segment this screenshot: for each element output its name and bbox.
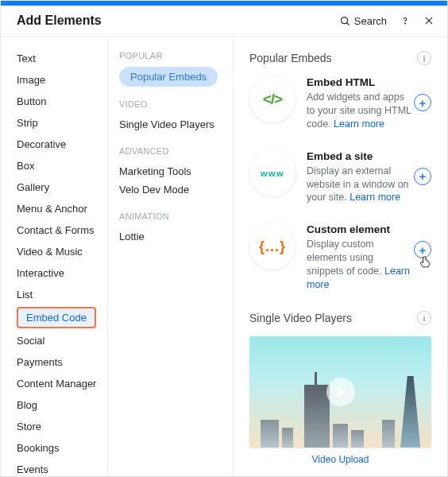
subcategory-menu: POPULARPopular EmbedsVIDEOSingle Video P… (108, 37, 234, 476)
sidebar-item-image[interactable]: Image (17, 69, 107, 91)
close-button[interactable] (423, 15, 434, 26)
sidebar-item-social[interactable]: Social (17, 330, 107, 351)
submenu-group-label: POPULAR (119, 51, 222, 60)
help-button[interactable] (400, 15, 411, 26)
sidebar-item-store[interactable]: Store (17, 416, 107, 437)
submenu-item-single-video-players[interactable]: Single Video Players (119, 115, 222, 134)
submenu-item-marketing-tools[interactable]: Marketing Tools (119, 162, 222, 180)
add-elements-panel: Add Elements Search TextImageButtonStrip… (0, 0, 448, 477)
sidebar-item-events[interactable]: Events (17, 459, 107, 476)
panel-title: Add Elements (17, 14, 102, 28)
panel-header: Add Elements Search (1, 6, 447, 37)
sidebar-item-embed-code[interactable]: Embed Code (17, 307, 96, 328)
sidebar-item-bookings[interactable]: Bookings (17, 437, 107, 459)
submenu-item-popular-embeds[interactable]: Popular Embeds (119, 67, 218, 87)
embed-description: Add widgets and apps to your site using … (307, 91, 412, 131)
section-title-video: Single Video Players (249, 312, 352, 324)
section-title-popular: Popular Embeds (249, 52, 332, 64)
add-element-button[interactable]: + (414, 94, 431, 111)
embed-title: Custom element (307, 223, 412, 235)
embed-option-html[interactable]: </>Embed HTMLAdd widgets and apps to you… (249, 76, 431, 131)
embed-option-curly[interactable]: {...}Custom elementDisplay custom elemen… (249, 223, 431, 292)
sidebar-item-gallery[interactable]: Gallery (17, 176, 107, 198)
learn-more-link[interactable]: Learn more (350, 192, 400, 203)
embed-option-www[interactable]: wwwEmbed a siteDisplay an external websi… (249, 150, 431, 205)
help-icon (400, 15, 411, 26)
sidebar-item-payments[interactable]: Payments (17, 351, 107, 373)
learn-more-link[interactable]: Learn more (307, 266, 410, 290)
video-upload-caption[interactable]: Video Upload (249, 454, 431, 465)
sidebar-item-button[interactable]: Button (17, 91, 107, 112)
content-pane: Popular Embeds i </>Embed HTMLAdd widget… (234, 37, 447, 476)
submenu-item-lottie[interactable]: Lottie (119, 227, 222, 246)
sidebar-item-decorative[interactable]: Decorative (17, 134, 107, 155)
info-button[interactable]: i (417, 51, 431, 65)
info-button[interactable]: i (417, 311, 431, 325)
html-icon: </> (249, 76, 295, 122)
submenu-group-label: ANIMATION (119, 211, 222, 221)
submenu-group-label: VIDEO (119, 99, 222, 109)
search-label: Search (354, 15, 387, 27)
sidebar-item-blog[interactable]: Blog (17, 394, 107, 416)
close-icon (423, 15, 434, 26)
embed-title: Embed HTML (307, 76, 412, 88)
sidebar-item-content-manager[interactable]: Content Manager (17, 373, 107, 394)
sidebar-item-interactive[interactable]: Interactive (17, 262, 107, 284)
search-button[interactable]: Search (339, 15, 387, 27)
embed-description: Display an external website in a window … (307, 165, 412, 205)
play-icon (326, 378, 355, 406)
video-upload-thumbnail[interactable] (249, 336, 431, 448)
sidebar-item-list[interactable]: List (17, 284, 107, 305)
submenu-item-velo-dev-mode[interactable]: Velo Dev Mode (119, 180, 222, 199)
category-sidebar: TextImageButtonStripDecorativeBoxGallery… (1, 37, 108, 476)
sidebar-item-video-music[interactable]: Video & Music (17, 241, 107, 262)
embed-title: Embed a site (307, 150, 412, 162)
sidebar-item-text[interactable]: Text (17, 48, 107, 69)
sidebar-item-box[interactable]: Box (17, 155, 107, 176)
svg-point-2 (405, 23, 406, 24)
embed-description: Display custom elements using snippets o… (307, 238, 412, 292)
svg-line-1 (346, 22, 349, 25)
sidebar-item-contact-forms[interactable]: Contact & Forms (17, 219, 107, 241)
sidebar-item-strip[interactable]: Strip (17, 112, 107, 134)
learn-more-link[interactable]: Learn more (334, 118, 384, 130)
sidebar-item-menu-anchor[interactable]: Menu & Anchor (17, 198, 107, 219)
curly-icon: {...} (249, 223, 295, 270)
submenu-group-label: ADVANCED (119, 146, 222, 156)
search-icon (339, 15, 351, 27)
www-icon: www (249, 150, 295, 196)
add-element-button[interactable]: + (414, 168, 431, 185)
